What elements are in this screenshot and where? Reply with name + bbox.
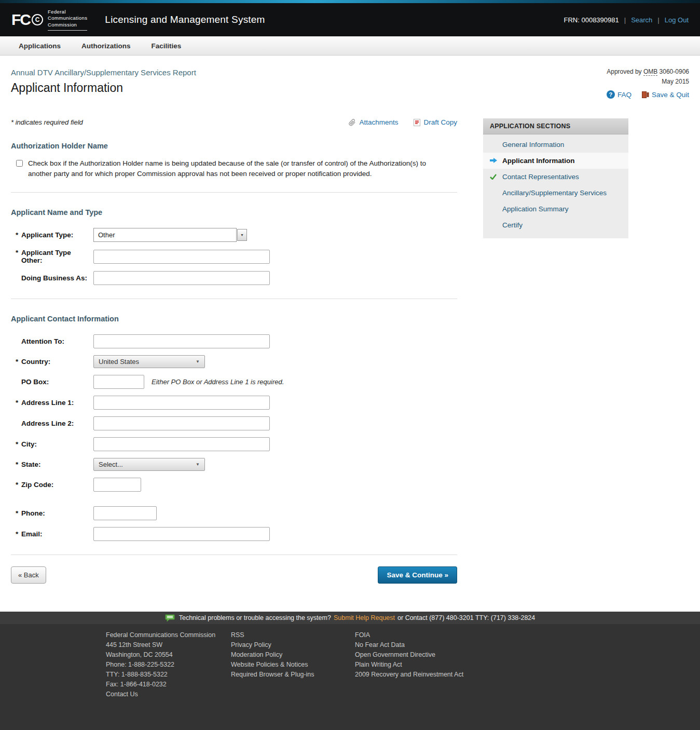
contact-us-link[interactable]: Contact Us xyxy=(106,691,231,698)
applicant-type-value: Other xyxy=(93,228,237,242)
attachments-link[interactable]: Attachments xyxy=(349,118,398,126)
address-line-2-input[interactable] xyxy=(93,416,270,430)
logout-link[interactable]: Log Out xyxy=(665,16,689,24)
applicant-type-other-label: * Applicant Type Other: xyxy=(11,249,93,264)
sidebar-item-certify[interactable]: Certify xyxy=(483,217,628,233)
no-fear-act-link[interactable]: No Fear Act Data xyxy=(355,641,463,648)
page-head-left: Annual DTV Ancillary/Supplementary Servi… xyxy=(11,68,196,99)
footer-column-contact: Federal Communications Commission 445 12… xyxy=(106,631,231,730)
applicant-type-select[interactable]: Other ▼ xyxy=(93,228,247,242)
address-line-1-input[interactable] xyxy=(93,396,270,410)
nav-item-facilities[interactable]: Facilities xyxy=(141,42,192,50)
sidebar-title: APPLICATION SECTIONS xyxy=(483,118,628,134)
pdf-icon xyxy=(414,119,420,126)
auth-holder-update-checkbox[interactable] xyxy=(16,160,23,167)
city-label: * City: xyxy=(11,440,93,448)
state-select[interactable]: Select... ▼ xyxy=(93,458,205,471)
fcc-logo-text: Federal Communications Commission xyxy=(48,9,87,31)
section-divider xyxy=(11,192,457,193)
footer-tty: TTY: 1-888-835-5322 xyxy=(106,671,231,678)
foia-link[interactable]: FOIA xyxy=(355,631,463,639)
state-value: Select... xyxy=(99,461,123,468)
doing-business-as-input[interactable] xyxy=(93,271,270,285)
moderation-policy-link[interactable]: Moderation Policy xyxy=(231,651,355,658)
address-line-2-label: Address Line 2: xyxy=(11,420,93,427)
section-heading-authorization-holder: Authorization Holder Name xyxy=(11,142,457,150)
email-label: * Email: xyxy=(11,530,93,538)
app-title: Licensing and Management System xyxy=(105,14,265,25)
sidebar-item-applicant-information[interactable]: Applicant Information xyxy=(483,153,628,169)
zip-code-label: * Zip Code: xyxy=(11,481,93,489)
footer-help-strip: Technical problems or trouble accessing … xyxy=(0,612,700,624)
phone-input[interactable] xyxy=(93,506,157,520)
faq-link[interactable]: ? FAQ xyxy=(607,90,632,99)
separator: | xyxy=(624,16,626,24)
footer-org: Federal Communications Commission xyxy=(106,631,231,639)
applicant-type-other-input[interactable] xyxy=(93,250,270,264)
back-button[interactable]: « Back xyxy=(11,566,46,584)
chevron-down-icon[interactable]: ▼ xyxy=(237,229,247,241)
city-input[interactable] xyxy=(93,437,270,451)
email-input[interactable] xyxy=(93,527,270,541)
open-government-link[interactable]: Open Government Directive xyxy=(355,651,463,658)
question-icon: ? xyxy=(607,90,615,99)
po-box-input[interactable] xyxy=(93,375,144,389)
required-browser-link[interactable]: Required Browser & Plug-ins xyxy=(231,671,355,678)
nav-item-applications[interactable]: Applications xyxy=(8,42,71,50)
address-line-1-label: * Address Line 1: xyxy=(11,399,93,407)
website-policies-link[interactable]: Website Policies & Notices xyxy=(231,661,355,668)
fcc-logo[interactable]: FC C Federal Communications Commission xyxy=(11,9,87,31)
footer-phone: Phone: 1-888-225-5322 xyxy=(106,661,231,668)
main-content: Annual DTV Ancillary/Supplementary Servi… xyxy=(0,56,700,612)
sidebar-item-ancillary-supplementary-services[interactable]: Ancillary/Supplementary Services xyxy=(483,185,628,201)
rss-link[interactable]: RSS xyxy=(231,631,355,639)
footer: Federal Communications Commission 445 12… xyxy=(0,624,700,730)
page-title: Applicant Information xyxy=(11,81,196,95)
po-box-label: PO Box: xyxy=(11,378,93,386)
separator: | xyxy=(657,16,659,24)
help-text-prefix: Technical problems or trouble accessing … xyxy=(179,614,331,621)
section-heading-contact-info: Applicant Contact Information xyxy=(11,315,457,323)
arrow-right-icon xyxy=(490,157,497,165)
help-text-suffix: or Contact (877) 480-3201 TTY: (717) 338… xyxy=(397,614,535,621)
page-head-right: Approved by OMB 3060-0906 May 2015 ? FAQ… xyxy=(607,68,689,99)
footer-column-policies: RSS Privacy Policy Moderation Policy Web… xyxy=(231,631,355,730)
submit-help-request-link[interactable]: Submit Help Request xyxy=(334,614,395,621)
save-quit-link[interactable]: Save & Quit xyxy=(642,91,689,99)
nav-item-authorizations[interactable]: Authorizations xyxy=(71,42,141,50)
omb-abbr: OMB xyxy=(643,68,657,76)
footer-address-1: 445 12th Street SW xyxy=(106,641,231,648)
sidebar-item-contact-representatives[interactable]: Contact Representatives xyxy=(483,169,628,185)
country-select[interactable]: United States ▼ xyxy=(93,355,205,368)
fcc-logo-mark: FC C xyxy=(11,12,43,28)
footer-address-2: Washington, DC 20554 xyxy=(106,651,231,658)
frn-label: FRN: 0008390981 xyxy=(564,16,619,24)
omb-approval: Approved by OMB 3060-0906 xyxy=(607,68,689,75)
main-nav: Applications Authorizations Facilities xyxy=(0,36,700,56)
zip-code-input[interactable] xyxy=(93,478,141,492)
phone-label: * Phone: xyxy=(11,509,93,517)
attention-to-label: Attention To: xyxy=(11,337,93,345)
footer-fax: Fax: 1-866-418-0232 xyxy=(106,681,231,688)
sidebar-item-general-information[interactable]: General Information xyxy=(483,137,628,153)
chevron-down-icon: ▼ xyxy=(196,462,200,467)
sidebar-item-application-summary[interactable]: Application Summary xyxy=(483,201,628,217)
section-heading-name-type: Applicant Name and Type xyxy=(11,208,457,217)
plain-writing-link[interactable]: Plain Writing Act xyxy=(355,661,463,668)
draft-copy-link[interactable]: Draft Copy xyxy=(414,118,457,126)
report-title: Annual DTV Ancillary/Supplementary Servi… xyxy=(11,68,196,77)
country-value: United States xyxy=(99,358,139,366)
section-divider xyxy=(11,299,457,299)
privacy-policy-link[interactable]: Privacy Policy xyxy=(231,641,355,648)
fcc-logo-circle-c: C xyxy=(32,14,43,25)
chevron-down-icon: ▼ xyxy=(196,359,200,364)
footer-column-government: FOIA No Fear Act Data Open Government Di… xyxy=(355,631,463,730)
save-continue-button[interactable]: Save & Continue » xyxy=(378,566,457,584)
check-icon xyxy=(490,173,497,181)
auth-holder-checkbox-label: Check box if the Authorization Holder na… xyxy=(28,158,449,179)
search-link[interactable]: Search xyxy=(631,16,652,24)
attention-to-input[interactable] xyxy=(93,334,270,348)
country-label: * Country: xyxy=(11,358,93,366)
recovery-act-link[interactable]: 2009 Recovery and Reinvestment Act xyxy=(355,671,463,678)
exit-icon xyxy=(642,91,649,98)
